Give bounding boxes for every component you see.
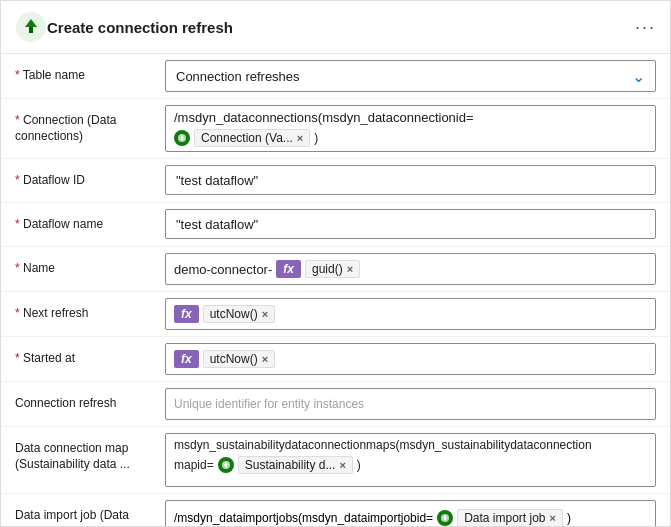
next-refresh-token-pill[interactable]: utcNow() × bbox=[203, 305, 275, 323]
dataflow-id-row: * Dataflow ID bbox=[1, 159, 670, 203]
map-token-line: mapid= Sustainability d... × ) bbox=[174, 456, 647, 474]
connection-label: * Connection (Data connections) bbox=[15, 105, 165, 144]
connection-prefix: /msdyn_dataconnections(msdyn_dataconnect… bbox=[174, 110, 474, 125]
name-row: * Name demo-connector- fx guid() × bbox=[1, 247, 670, 292]
import-logo bbox=[437, 510, 453, 526]
data-connection-map-row: Data connection map (Sustainability data… bbox=[1, 427, 670, 494]
table-name-value: Connection refreshes ⌄ bbox=[165, 60, 656, 92]
name-value: demo-connector- fx guid() × bbox=[165, 253, 656, 285]
name-token-pill[interactable]: guid() × bbox=[305, 260, 360, 278]
name-prefix: demo-connector- bbox=[174, 262, 272, 277]
started-at-value: fx utcNow() × bbox=[165, 343, 656, 375]
panel-header: Create connection refresh ··· bbox=[1, 1, 670, 54]
panel-title: Create connection refresh bbox=[47, 19, 635, 36]
dataflow-name-input[interactable] bbox=[165, 209, 656, 239]
connection-field[interactable]: /msdyn_dataconnections(msdyn_dataconnect… bbox=[165, 105, 656, 152]
table-name-dropdown[interactable]: Connection refreshes ⌄ bbox=[165, 60, 656, 92]
more-options-button[interactable]: ··· bbox=[635, 17, 656, 38]
connection-value: /msdyn_dataconnections(msdyn_dataconnect… bbox=[165, 105, 656, 152]
map-token-pill[interactable]: Sustainability d... × bbox=[238, 456, 353, 474]
map-token-close[interactable]: × bbox=[339, 459, 345, 471]
fx-button-started-at[interactable]: fx bbox=[174, 350, 199, 368]
connection-row: * Connection (Data connections) /msdyn_d… bbox=[1, 99, 670, 159]
next-refresh-token-close[interactable]: × bbox=[262, 308, 268, 320]
data-connection-map-field[interactable]: msdyn_sustainabilitydataconnectionmaps(m… bbox=[165, 433, 656, 487]
name-token-close[interactable]: × bbox=[347, 263, 353, 275]
fx-button-next-refresh[interactable]: fx bbox=[174, 305, 199, 323]
started-at-label: * Started at bbox=[15, 343, 165, 367]
import-token-close[interactable]: × bbox=[550, 512, 556, 524]
fx-button-name[interactable]: fx bbox=[276, 260, 301, 278]
started-at-field[interactable]: fx utcNow() × bbox=[165, 343, 656, 375]
dataflow-name-label: * Dataflow name bbox=[15, 209, 165, 233]
name-field[interactable]: demo-connector- fx guid() × bbox=[165, 253, 656, 285]
dataflow-id-input[interactable] bbox=[165, 165, 656, 195]
next-refresh-label: * Next refresh bbox=[15, 298, 165, 322]
power-automate-logo bbox=[15, 11, 47, 43]
table-name-label: * Table name bbox=[15, 60, 165, 84]
connection-refresh-value: Unique identifier for entity instances bbox=[165, 388, 656, 420]
data-connection-map-value: msdyn_sustainabilitydataconnectionmaps(m… bbox=[165, 433, 656, 487]
import-suffix: ) bbox=[567, 511, 571, 525]
connection-refresh-field[interactable]: Unique identifier for entity instances bbox=[165, 388, 656, 420]
next-refresh-row: * Next refresh fx utcNow() × bbox=[1, 292, 670, 337]
create-connection-refresh-panel: Create connection refresh ··· * Table na… bbox=[0, 0, 671, 527]
connection-logo bbox=[174, 130, 190, 146]
dataflow-id-label: * Dataflow ID bbox=[15, 165, 165, 189]
data-connection-map-label: Data connection map (Sustainability data… bbox=[15, 433, 165, 472]
next-refresh-value: fx utcNow() × bbox=[165, 298, 656, 330]
data-import-job-value: /msdyn_dataimportjobs(msdyn_dataimportjo… bbox=[165, 500, 656, 526]
connection-token-line: Connection (Va... × ) bbox=[174, 129, 647, 147]
started-at-row: * Started at fx utcNow() × bbox=[1, 337, 670, 382]
dataflow-name-value bbox=[165, 209, 656, 239]
connection-refresh-row: Connection refresh Unique identifier for… bbox=[1, 382, 670, 427]
map-prefix-1: msdyn_sustainabilitydataconnectionmaps(m… bbox=[174, 438, 647, 452]
connection-token-pill[interactable]: Connection (Va... × bbox=[194, 129, 310, 147]
connection-refresh-placeholder: Unique identifier for entity instances bbox=[174, 397, 364, 411]
form-content: * Table name Connection refreshes ⌄ * Co… bbox=[1, 54, 670, 526]
connection-refresh-label: Connection refresh bbox=[15, 388, 165, 412]
started-at-token-close[interactable]: × bbox=[262, 353, 268, 365]
chevron-down-icon: ⌄ bbox=[632, 67, 645, 86]
name-label: * Name bbox=[15, 253, 165, 277]
started-at-token-pill[interactable]: utcNow() × bbox=[203, 350, 275, 368]
sustainability-logo bbox=[218, 457, 234, 473]
dataflow-name-row: * Dataflow name bbox=[1, 203, 670, 247]
data-import-job-row: Data import job (Data import jobs) /msdy… bbox=[1, 494, 670, 526]
import-prefix: /msdyn_dataimportjobs(msdyn_dataimportjo… bbox=[174, 511, 433, 525]
data-import-job-label: Data import job (Data import jobs) bbox=[15, 500, 165, 526]
dataflow-id-value bbox=[165, 165, 656, 195]
next-refresh-field[interactable]: fx utcNow() × bbox=[165, 298, 656, 330]
connection-token-close[interactable]: × bbox=[297, 132, 303, 144]
import-token-pill[interactable]: Data import job × bbox=[457, 509, 563, 526]
table-name-row: * Table name Connection refreshes ⌄ bbox=[1, 54, 670, 99]
data-import-job-field[interactable]: /msdyn_dataimportjobs(msdyn_dataimportjo… bbox=[165, 500, 656, 526]
